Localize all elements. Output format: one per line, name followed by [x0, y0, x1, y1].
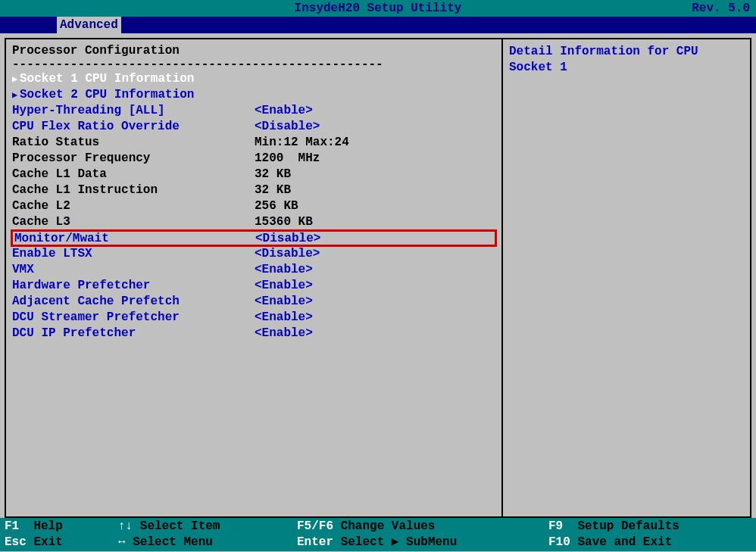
footer-f1-help: F1 Help	[5, 519, 118, 535]
key-f1: F1	[5, 519, 19, 535]
info-label: Cache L1 Instruction	[12, 182, 255, 198]
option-value: <Enable>	[255, 278, 495, 294]
esc-label: Exit	[33, 535, 62, 550]
info-label: Cache L2	[12, 198, 255, 214]
info-label: Cache L3	[12, 214, 255, 230]
footer-f10-save-and-exit: F10 Save and Exit	[548, 535, 751, 550]
submenu-socket2[interactable]: Socket 2 CPU Information	[12, 87, 495, 103]
option-cpu-flex-ratio[interactable]: CPU Flex Ratio Override <Disable>	[12, 119, 495, 135]
info-cache-l1-instruction: Cache L1 Instruction 32 KB	[12, 182, 495, 198]
leftright-arrows-icon	[118, 535, 126, 550]
option-value: <Disable>	[255, 246, 495, 262]
leftright-label: Select Menu	[133, 535, 213, 550]
info-value: 15360 KB	[255, 214, 495, 230]
info-value: Min:12 Max:24	[255, 135, 495, 151]
submenu-label: Socket 2 CPU Information	[12, 87, 255, 103]
option-label: Enable LTSX	[12, 246, 255, 262]
option-label: CPU Flex Ratio Override	[12, 119, 255, 135]
option-value: <Enable>	[255, 294, 495, 310]
key-f9: F9	[548, 519, 563, 535]
f5f6-label: Change Values	[341, 519, 436, 535]
tab-bar: Advanced	[0, 17, 756, 33]
info-cache-l2: Cache L2 256 KB	[12, 198, 495, 214]
option-value: <Disable>	[255, 232, 493, 245]
footer-bar: F1 Help Select Item F5/F6 Change Values …	[0, 518, 756, 551]
option-dcu-streamer-prefetcher[interactable]: DCU Streamer Prefetcher <Enable>	[12, 310, 495, 326]
key-enter: Enter	[297, 535, 333, 550]
main-body: Processor Configuration ----------------…	[0, 33, 756, 518]
footer-leftright-select-menu: Select Menu	[118, 535, 297, 550]
option-dcu-ip-prefetcher[interactable]: DCU IP Prefetcher <Enable>	[12, 326, 495, 341]
key-f5f6: F5/F6	[297, 519, 333, 535]
info-ratio-status: Ratio Status Min:12 Max:24	[12, 135, 495, 151]
option-adjacent-cache-prefetch[interactable]: Adjacent Cache Prefetch <Enable>	[12, 294, 495, 310]
option-label: DCU Streamer Prefetcher	[12, 310, 255, 326]
help-panel: Detail Information for CPU Socket 1	[501, 38, 751, 518]
option-label: Hyper-Threading [ALL]	[12, 103, 255, 119]
option-label: Hardware Prefetcher	[12, 278, 255, 294]
divider: ----------------------------------------…	[12, 58, 495, 71]
info-cache-l1-data: Cache L1 Data 32 KB	[12, 167, 495, 182]
key-esc: Esc	[5, 535, 27, 550]
option-label: DCU IP Prefetcher	[12, 326, 255, 341]
footer-f5f6-change-values: F5/F6 Change Values	[297, 519, 548, 535]
info-label: Cache L1 Data	[12, 167, 255, 182]
info-value: 32 KB	[255, 167, 495, 182]
info-value: 1200 MHz	[255, 151, 495, 167]
option-value: <Enable>	[255, 103, 495, 119]
footer-updown-select-item: Select Item	[118, 519, 297, 535]
option-value: <Enable>	[255, 262, 495, 278]
updown-label: Select Item	[140, 519, 220, 535]
footer-f9-setup-defaults: F9 Setup Defaults	[548, 519, 751, 535]
option-label: Adjacent Cache Prefetch	[12, 294, 255, 310]
option-vmx[interactable]: VMX <Enable>	[12, 262, 495, 278]
option-label: VMX	[12, 262, 255, 278]
app-title: InsydeH20 Setup Utility	[295, 2, 462, 15]
highlighted-option-monitor-mwait[interactable]: Monitor/Mwait <Disable>	[11, 229, 497, 247]
option-hardware-prefetcher[interactable]: Hardware Prefetcher <Enable>	[12, 278, 495, 294]
info-value: 256 KB	[255, 198, 495, 214]
f10-label: Save and Exit	[577, 535, 672, 550]
help-line: Socket 1	[509, 60, 744, 76]
updown-arrows-icon	[118, 519, 133, 535]
f1-label: Help	[33, 519, 62, 535]
option-label: Monitor/Mwait	[14, 232, 255, 245]
f9-label: Setup Defaults	[577, 519, 679, 535]
submenu-label: Socket 1 CPU Information	[12, 71, 255, 87]
info-cache-l3: Cache L3 15360 KB	[12, 214, 495, 230]
option-value: <Enable>	[255, 310, 495, 326]
footer-enter-select-submenu: Enter Select ▶ SubMenu	[297, 535, 548, 550]
footer-esc-exit: Esc Exit	[5, 535, 118, 550]
help-line: Detail Information for CPU	[509, 44, 744, 60]
option-value: <Enable>	[255, 326, 495, 341]
option-value: <Disable>	[255, 119, 495, 135]
section-title: Processor Configuration	[12, 44, 495, 58]
tab-advanced[interactable]: Advanced	[57, 17, 121, 33]
option-hyperthreading[interactable]: Hyper-Threading [ALL] <Enable>	[12, 103, 495, 119]
info-processor-frequency: Processor Frequency 1200 MHz	[12, 151, 495, 167]
info-value: 32 KB	[255, 182, 495, 198]
enter-label: Select ▶ SubMenu	[341, 535, 458, 550]
settings-panel: Processor Configuration ----------------…	[5, 38, 501, 518]
key-f10: F10	[548, 535, 570, 550]
option-enable-ltsx[interactable]: Enable LTSX <Disable>	[12, 246, 495, 262]
submenu-socket1[interactable]: Socket 1 CPU Information	[12, 71, 495, 87]
info-label: Ratio Status	[12, 135, 255, 151]
info-label: Processor Frequency	[12, 151, 255, 167]
revision-label: Rev. 5.0	[692, 2, 750, 15]
title-bar: InsydeH20 Setup Utility Rev. 5.0	[0, 0, 756, 17]
